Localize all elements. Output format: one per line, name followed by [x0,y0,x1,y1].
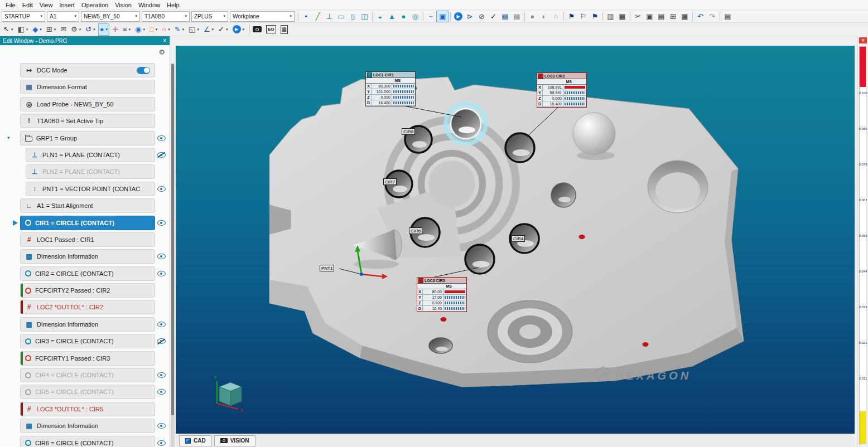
tree-item-pln2-plane-contact[interactable]: ⊥PLN2 = PLANE (CONTACT) [26,164,155,179]
close-icon[interactable]: ✕ [859,37,867,43]
execute-from-cursor-icon[interactable]: ⊳ [464,11,476,22]
tree-scrollbar-thumb[interactable] [171,64,174,415]
probe-readout-icon[interactable]: ✛ [111,24,119,35]
cursor-mode-icon[interactable]: ↖▾ [2,24,14,35]
tree-item-loc1-passed-cir1[interactable]: #LOC1 Passed : CIR1 [20,232,155,247]
report-layout-icon[interactable]: ▦ [616,11,628,22]
visibility-eye-icon[interactable] [157,271,166,276]
visibility-eye-icon[interactable] [157,186,166,192]
bookmark-next-icon[interactable]: ⚑ [589,11,601,22]
visibility-eye-icon[interactable] [157,322,166,327]
dcc-mode-toggle[interactable] [137,67,150,74]
tree-item-cir5-circle-contact[interactable]: CIR5 = CIRCLE (CONTACT) [20,385,155,399]
annotation-pen-icon[interactable]: ✎▾ [173,24,185,35]
zoom-mode-icon[interactable]: ●▾ [99,24,109,35]
active-alignment-select[interactable]: A1▾ [47,11,79,22]
measurement-table-loc1-cir1[interactable]: LOC1 CIR1MSX80.300Y101.000Z0.000D16.400 [365,71,416,106]
feature-label-cir7[interactable]: CIR7 [383,178,397,185]
tree-item-a1-start-alignment[interactable]: ∟A1 = Start Alignment [20,198,155,213]
alignment-mode-select[interactable]: STARTUP▾ [2,11,45,22]
optimize-path-icon[interactable]: ⚙▾ [70,24,82,35]
feature-label-cir8[interactable]: CIR8 [402,128,415,135]
tree-item-dimension-information[interactable]: ▦Dimension Information [20,419,155,433]
execute-program-icon[interactable]: ▶ [454,12,462,21]
clear-execution-icon[interactable]: ⊘ [476,11,488,22]
measurement-table-loc2-cir2[interactable]: LOC2 CIR2MSX108.991Y88.991Z0.000D16.400 [537,72,587,108]
tree-item-loc2-outtol-cir2[interactable]: #LOC2 *OUTTOL* : CIR2 [20,300,155,314]
mini-report-clear-icon[interactable]: ▤ [511,11,523,22]
expander-icon[interactable]: ▾ [7,135,10,140]
execute-mini-icon[interactable]: ▶▾ [232,24,246,35]
collision-check-icon[interactable]: ✓ [488,11,499,22]
shaded-view-icon[interactable]: ● [527,11,538,22]
settings-gear-icon[interactable]: ⚙ [158,48,165,56]
workplane-select[interactable]: Workplane▾ [230,11,295,22]
cad-viewport[interactable]: HEXAGON Y X CIR8 CIR7 CIR6 CIR4 PNT1 LOC… [176,46,855,434]
menu-item-file[interactable]: File [2,2,19,8]
tree-item-cir3-circle-contact[interactable]: CIR3 = CIRCLE (CONTACT) [20,334,155,348]
measurement-table-loc3-cir5[interactable]: LOC3 CIR5MSX80.00Y17.00Z0.000D16.40 [417,277,467,312]
copy-icon[interactable]: ▣ [644,11,655,22]
feature-label-pnt1[interactable]: PNT1 [320,265,334,271]
measure-round-slot-icon[interactable]: ▭ [335,11,347,22]
tree-item-dcc-mode[interactable]: ↦DCC Mode [20,63,155,77]
measure-sphere-icon[interactable]: ● [398,11,409,22]
measure-notch-icon[interactable]: ◫ [359,11,370,22]
visibility-eye-icon[interactable] [157,440,166,446]
menu-item-view[interactable]: View [36,2,56,8]
tree-item-cir1-circle-contact[interactable]: CIR1 = CIRCLE (CONTACT) [20,216,155,230]
measure-line-icon[interactable]: ╱ [312,11,324,22]
eo-measure-icon[interactable]: EO [265,24,277,35]
tab-cad[interactable]: CAD [179,435,212,446]
visibility-eye-icon[interactable] [157,389,166,395]
measure-cylinder-icon[interactable]: ◒ [374,11,386,22]
measure-cone-icon[interactable]: ▲ [386,11,398,22]
camera-capture-icon[interactable] [252,24,263,35]
visibility-eye-off-icon[interactable] [157,338,166,344]
comment-icon[interactable]: ✉ [59,24,67,35]
tree-item-dimension-format[interactable]: ▦Dimension Format [20,80,155,94]
measure-circle-icon[interactable]: ◎ [409,11,421,22]
hole-cir2[interactable] [505,133,534,162]
measure-curve-icon[interactable]: ~ [425,11,437,22]
menu-item-operation[interactable]: Operation [78,2,112,8]
accept-icon[interactable]: ✓▾ [217,24,229,35]
wireframe-view-icon[interactable]: ○ [550,11,562,22]
measure-point-icon[interactable]: • [300,11,312,22]
menu-item-insert[interactable]: Insert [56,2,78,8]
tree-item-cir6-circle-contact[interactable]: CIR6 = CIRCLE (CONTACT) [20,436,155,447]
redo-icon[interactable]: ↷ [706,11,718,22]
visibility-eye-icon[interactable] [157,423,166,429]
bookmark-add-icon[interactable]: ⚐ [577,11,589,22]
paste-icon[interactable]: ▤ [655,11,667,22]
tree-item-cir2-circle-contact[interactable]: CIR2 = CIRCLE (CONTACT) [20,266,155,281]
active-tip-select[interactable]: T1A0B0▾ [142,11,190,22]
half-shaded-view-icon[interactable]: ◐ [538,11,550,22]
tree-item-fcfcirty1-passed-cir3[interactable]: FCFCIRTY1 Passed : CIR3 [20,351,155,366]
menu-item-help[interactable]: Help [163,2,183,8]
tree-item-t1a0b0-set-active-tip[interactable]: !T1A0B0 = Set Active Tip [20,114,155,128]
rotate-view-icon[interactable]: ↺▾ [84,24,96,35]
tree-item-dimension-information[interactable]: ▦Dimension Information [20,317,155,332]
visibility-eye-off-icon[interactable] [157,152,166,158]
edit-grid-icon[interactable]: ▦ [679,11,691,22]
plain-hole[interactable] [551,183,576,207]
hole-cir1-highlighted[interactable] [443,101,488,146]
tab-vision[interactable]: VISION [214,435,255,446]
report-window-icon[interactable]: ▥ [605,11,616,22]
tree-item-cir4-circle-contact[interactable]: CIR4 = CIRCLE (CONTACT) [20,368,155,382]
mini-report-icon[interactable]: ▤ [499,11,511,22]
tree-item-load-probe-new5-by-50[interactable]: ◎Load Probe - NEW5_BY_50 [20,97,155,111]
vector-direction-icon[interactable]: ∠▾ [202,24,215,35]
menu-item-window[interactable]: Window [135,2,163,8]
measure-square-slot-icon[interactable]: ▯ [347,11,359,22]
visibility-eye-icon[interactable] [157,135,166,141]
tree-item-pln1-plane-contact[interactable]: ⊥PLN1 = PLANE (CONTACT) [26,148,155,162]
visibility-eye-icon[interactable] [157,254,166,259]
pointcloud-scan-icon[interactable]: ▣ [437,11,449,22]
cad-views-icon[interactable]: ◉▾ [134,24,146,35]
feature-list-icon[interactable]: ≡▾ [122,24,132,35]
tree-item-loc3-outtol-cir5[interactable]: #LOC3 *OUTTOL* : CIR5 [20,402,155,416]
feature-label-cir4[interactable]: CIR4 [512,235,525,242]
tree-item-dimension-information[interactable]: ▦Dimension Information [20,249,155,264]
